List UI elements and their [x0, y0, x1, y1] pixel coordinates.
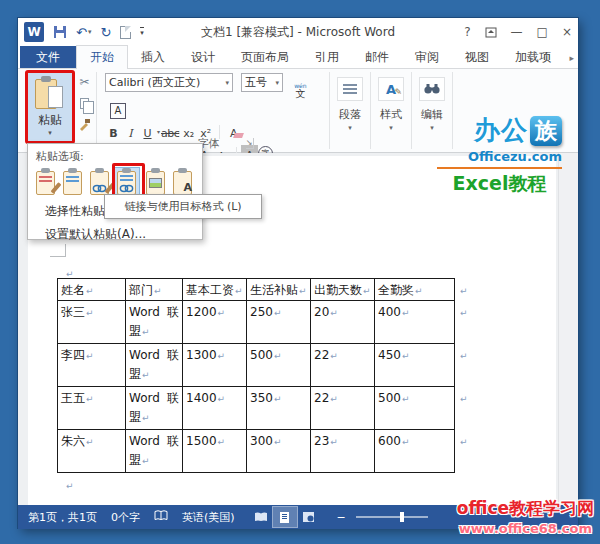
- save-icon[interactable]: [53, 25, 67, 39]
- paragraph-group-button[interactable]: 段落 ▾: [330, 69, 370, 152]
- table-cell[interactable]: 部门↵: [126, 279, 183, 301]
- table-cell[interactable]: 400↵: [375, 301, 455, 344]
- table-cell[interactable]: 基本工资↵: [183, 279, 247, 301]
- table-cell[interactable]: 张三↵: [58, 301, 126, 344]
- zoom-slider-thumb[interactable]: [400, 512, 404, 522]
- help-icon[interactable]: ?: [464, 26, 470, 38]
- zoom-slider[interactable]: [356, 516, 428, 518]
- page-indicator[interactable]: 第1页，共1页: [28, 510, 97, 525]
- table-cell[interactable]: 300↵: [247, 430, 311, 473]
- styles-icon: A✎: [386, 82, 396, 97]
- paragraph-mark: ↵: [142, 370, 150, 380]
- table-cell[interactable]: 23↵: [311, 430, 375, 473]
- table-cell[interactable]: 600↵: [375, 430, 455, 473]
- zoom-out-icon[interactable]: −: [337, 511, 346, 524]
- table-cell[interactable]: 22↵: [311, 344, 375, 387]
- format-painter-icon[interactable]: [78, 118, 91, 131]
- tab-view[interactable]: 视图: [452, 47, 502, 68]
- binoculars-icon: [423, 82, 441, 96]
- font-name-combo[interactable]: Calibri (西文正文)▾: [105, 73, 233, 92]
- font-size-combo[interactable]: 五号▾: [241, 73, 283, 92]
- tab-mailings[interactable]: 邮件: [352, 47, 402, 68]
- ribbon-display-options-icon[interactable]: [485, 27, 497, 38]
- table-cell[interactable]: Word 联盟↵: [126, 430, 183, 473]
- tab-references[interactable]: 引用: [302, 47, 352, 68]
- proofing-icon[interactable]: [154, 510, 168, 524]
- row-end-mark: ↵: [455, 344, 472, 387]
- brand-badge: 族: [530, 116, 562, 146]
- table-cell[interactable]: 20↵: [311, 301, 375, 344]
- tab-home[interactable]: 开始: [76, 45, 128, 69]
- paste-clipboard-icon: [35, 76, 65, 110]
- table-cell[interactable]: 姓名↵: [58, 279, 126, 301]
- copy-icon[interactable]: [80, 98, 89, 109]
- tab-scroll-icon[interactable]: ▸: [569, 53, 574, 63]
- table-cell[interactable]: 王五↵: [58, 387, 126, 430]
- print-layout-icon[interactable]: [273, 507, 297, 527]
- paste-option-picture-icon[interactable]: [144, 168, 168, 196]
- officezu-watermark: 办公 族 Officezu.com Excel教程: [437, 113, 562, 197]
- table-header-row: 姓名↵部门↵基本工资↵生活补贴↵出勤天数↵全勤奖↵↵: [58, 279, 472, 301]
- table-cell[interactable]: 350↵: [247, 387, 311, 430]
- redo-icon[interactable]: ↻: [100, 26, 111, 39]
- tab-page-layout[interactable]: 页面布局: [228, 47, 302, 68]
- desktop: W ↶▾ ↻ ▾ 文档1 [兼容模式] - Microsoft Word ? —: [0, 0, 600, 544]
- paste-option-use-destination-styles-icon[interactable]: [61, 168, 85, 196]
- character-border-icon[interactable]: A: [110, 103, 126, 119]
- tab-design[interactable]: 设计: [178, 47, 228, 68]
- table-row: 张三↵Word 联盟↵1200↵250↵20↵400↵↵: [58, 301, 472, 344]
- paste-button[interactable]: 粘贴 ▾: [28, 73, 72, 141]
- word-app-icon[interactable]: W: [24, 22, 44, 42]
- site-watermark-url: www.office68.com: [457, 521, 594, 536]
- cut-icon[interactable]: ✂: [79, 75, 89, 89]
- table-cell[interactable]: 1400↵: [183, 387, 247, 430]
- paste-dropdown-arrow[interactable]: ▾: [48, 129, 52, 137]
- table-cell[interactable]: 250↵: [247, 301, 311, 344]
- table-cell[interactable]: Word 联盟↵: [126, 387, 183, 430]
- table-cell[interactable]: Word 联盟↵: [126, 301, 183, 344]
- paste-option-link-keep-source-formatting-icon[interactable]: [88, 168, 112, 196]
- undo-icon[interactable]: ↶▾: [76, 26, 91, 39]
- table-cell[interactable]: 李四↵: [58, 344, 126, 387]
- paste-option-keep-text-only-icon[interactable]: A: [171, 168, 195, 196]
- new-document-icon[interactable]: [120, 26, 131, 39]
- brand-text: 办公: [474, 113, 528, 148]
- maximize-icon[interactable]: □: [537, 26, 548, 38]
- language-indicator[interactable]: 英语(美国): [182, 510, 235, 525]
- tab-insert[interactable]: 插入: [128, 47, 178, 68]
- read-mode-icon[interactable]: [249, 507, 273, 527]
- tab-file[interactable]: 文件: [20, 46, 76, 68]
- paste-option-keep-source-formatting-icon[interactable]: [34, 168, 58, 196]
- table-cell[interactable]: 450↵: [375, 344, 455, 387]
- styles-group-button[interactable]: A✎ 样式 ▾: [371, 69, 411, 152]
- close-icon[interactable]: ×: [562, 26, 572, 38]
- paragraph-mark: ↵: [86, 286, 94, 296]
- table-cell[interactable]: Word 联盟↵: [126, 344, 183, 387]
- customize-qat-icon[interactable]: ▾: [140, 27, 144, 37]
- paragraph-mark: ↵: [274, 394, 282, 404]
- word-count[interactable]: 0个字: [111, 510, 140, 525]
- table-cell[interactable]: 1200↵: [183, 301, 247, 344]
- row-end-mark: ↵: [455, 387, 472, 430]
- paragraph-group-label: 段落: [339, 107, 361, 122]
- table-cell[interactable]: 500↵: [375, 387, 455, 430]
- set-default-paste-menu-item[interactable]: 设置默认粘贴(A)...: [28, 222, 202, 245]
- paragraph-mark: ↵: [299, 286, 307, 296]
- minimize-icon[interactable]: —: [511, 26, 523, 38]
- table-cell[interactable]: 生活补贴↵: [247, 279, 311, 301]
- table-cell[interactable]: 1300↵: [183, 344, 247, 387]
- title-bar: W ↶▾ ↻ ▾ 文档1 [兼容模式] - Microsoft Word ? —: [18, 18, 578, 46]
- table-cell[interactable]: 500↵: [247, 344, 311, 387]
- phonetic-guide-icon[interactable]: wén文: [294, 83, 306, 99]
- tab-addins[interactable]: 加载项: [502, 47, 564, 68]
- paragraph-mark: ↵: [235, 286, 243, 296]
- web-layout-icon[interactable]: [297, 507, 321, 527]
- table-cell[interactable]: 朱六↵: [58, 430, 126, 473]
- vertical-scrollbar[interactable]: [558, 153, 578, 505]
- table-cell[interactable]: 22↵: [311, 387, 375, 430]
- table-cell[interactable]: 1500↵: [183, 430, 247, 473]
- table-cell[interactable]: 全勤奖↵: [375, 279, 455, 301]
- tab-review[interactable]: 审阅: [402, 47, 452, 68]
- table-cell[interactable]: 出勤天数↵: [311, 279, 375, 301]
- font-dialog-launcher-icon[interactable]: ↘: [246, 138, 255, 149]
